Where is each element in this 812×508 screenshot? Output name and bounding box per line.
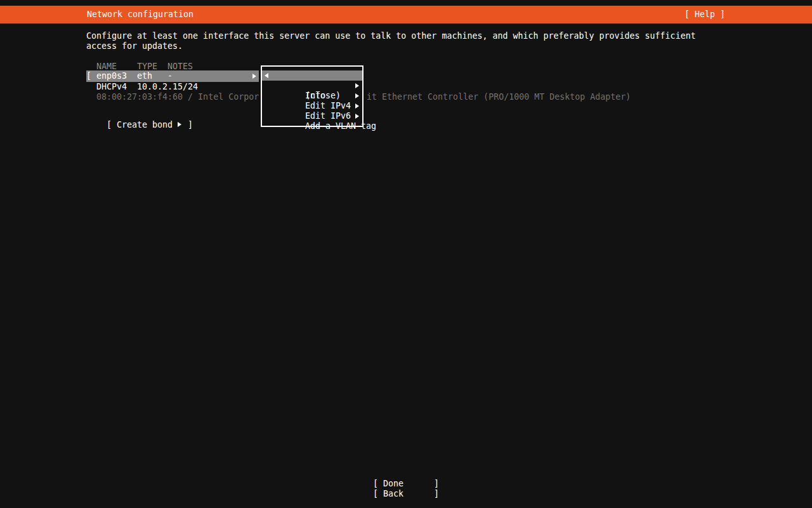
network-config-screen: Network configuration [ Help ] Configure… — [0, 0, 812, 508]
create-bond-button[interactable]: [ Create bond ] — [86, 110, 193, 140]
title-bar: Network configuration [ Help ] — [0, 6, 812, 23]
back-button[interactable]: [ Back ] — [373, 489, 439, 499]
nic-row-dhcp: DHCPv4 10.0.2.15/24 — [86, 82, 198, 92]
nic-hw-info-right: it Ethernet Controller (PRO/1000 MT Desk… — [367, 92, 631, 102]
page-title: Network configuration — [87, 6, 193, 23]
menu-item-edit-ipv4[interactable]: Edit IPv4 — [262, 91, 362, 101]
intro-text: Configure at least one interface this se… — [86, 31, 696, 51]
arrow-right-icon — [355, 83, 359, 88]
help-button[interactable]: [ Help ] — [684, 6, 725, 23]
nic-row-enp0s3[interactable]: [ enp0s3 eth - — [86, 70, 259, 82]
menu-item-edit-ipv6[interactable]: Edit IPv6 — [262, 101, 362, 111]
create-bond-label-end: ] — [183, 120, 193, 130]
arrow-right-icon — [355, 114, 359, 119]
nic-row-label: [ enp0s3 eth - — [86, 71, 173, 81]
done-button[interactable]: [ Done ] — [373, 479, 439, 489]
arrow-right-icon — [252, 74, 256, 79]
arrow-right-icon — [355, 104, 359, 109]
intro-line-1: Configure at least one interface this se… — [86, 31, 696, 41]
menu-item-close[interactable]: (close) — [262, 70, 362, 81]
arrow-right-icon — [355, 93, 359, 98]
intro-line-2: access for updates. — [86, 41, 696, 51]
nic-actions-menu: (close) Info Edit IPv4 Edit IPv6 Add a V… — [261, 65, 363, 127]
arrow-left-icon — [265, 73, 268, 78]
menu-item-info[interactable]: Info — [262, 81, 362, 91]
arrow-right-icon — [178, 122, 181, 127]
menu-item-add-vlan-tag[interactable]: Add a VLAN tag — [262, 111, 362, 121]
menu-item-add-vlan-tag-label: Add a VLAN tag — [305, 121, 376, 131]
create-bond-label-start: [ Create bond — [107, 120, 178, 130]
nic-hw-info-left: 08:00:27:03:f4:60 / Intel Corpor — [86, 92, 259, 102]
